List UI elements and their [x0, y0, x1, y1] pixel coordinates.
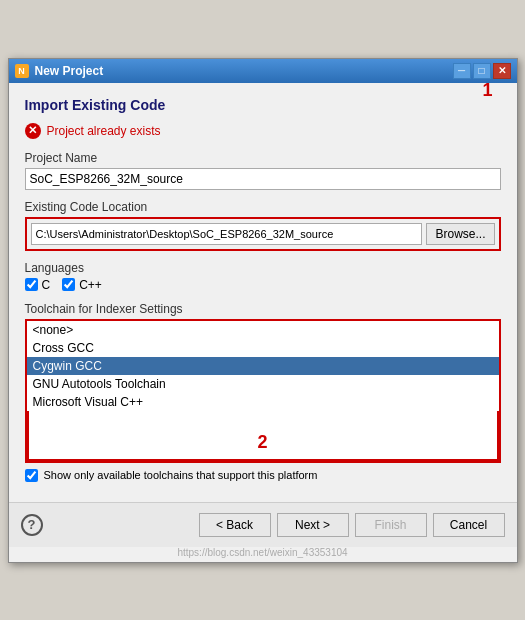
- toolchain-empty-area: 2: [27, 411, 499, 461]
- code-location-row: Browse...: [25, 217, 501, 251]
- languages-group: Languages C C++: [25, 261, 501, 292]
- annotation-2: 2: [257, 432, 267, 453]
- code-location-input[interactable]: [31, 223, 423, 245]
- c-checkbox[interactable]: [25, 278, 38, 291]
- cpp-checkbox[interactable]: [62, 278, 75, 291]
- error-icon: ✕: [25, 123, 41, 139]
- dialog-window: N New Project ─ □ ✕ Import Existing Code…: [8, 58, 518, 563]
- toolchain-label: Toolchain for Indexer Settings: [25, 302, 501, 316]
- bottom-buttons: ? < Back Next > Finish Cancel: [9, 502, 517, 547]
- c-label: C: [42, 278, 51, 292]
- project-name-group: Project Name: [25, 151, 501, 190]
- next-button[interactable]: Next >: [277, 513, 349, 537]
- page-title: Import Existing Code: [25, 97, 501, 113]
- error-message: Project already exists: [47, 124, 161, 138]
- help-button[interactable]: ?: [21, 514, 43, 536]
- toolchain-item-cross-gcc[interactable]: Cross GCC: [27, 339, 499, 357]
- cancel-button[interactable]: Cancel: [433, 513, 505, 537]
- toolchain-list: <none> Cross GCC Cygwin GCC GNU Autotool…: [27, 321, 499, 411]
- title-bar-controls: ─ □ ✕: [453, 63, 511, 79]
- toolchain-item-gnu-autotools[interactable]: GNU Autotools Toolchain: [27, 375, 499, 393]
- toolchain-item-msvc[interactable]: Microsoft Visual C++: [27, 393, 499, 411]
- code-location-group: Existing Code Location Browse... 1: [25, 200, 501, 251]
- dialog-content: Import Existing Code ✕ Project already e…: [9, 83, 517, 502]
- finish-button[interactable]: Finish: [355, 513, 427, 537]
- maximize-button[interactable]: □: [473, 63, 491, 79]
- watermark: https://blog.csdn.net/weixin_43353104: [9, 547, 517, 562]
- show-only-checkbox[interactable]: [25, 469, 38, 482]
- toolchain-section: Toolchain for Indexer Settings <none> Cr…: [25, 302, 501, 463]
- toolchain-item-none[interactable]: <none>: [27, 321, 499, 339]
- cpp-language-checkbox-label[interactable]: C++: [62, 278, 102, 292]
- c-language-checkbox-label[interactable]: C: [25, 278, 51, 292]
- window-title: New Project: [35, 64, 104, 78]
- browse-button[interactable]: Browse...: [426, 223, 494, 245]
- project-name-input[interactable]: [25, 168, 501, 190]
- window-icon: N: [15, 64, 29, 78]
- toolchain-list-container: <none> Cross GCC Cygwin GCC GNU Autotool…: [25, 319, 501, 463]
- project-name-label: Project Name: [25, 151, 501, 165]
- languages-row: C C++: [25, 278, 501, 292]
- nav-buttons: < Back Next > Finish Cancel: [199, 513, 505, 537]
- show-only-label: Show only available toolchains that supp…: [44, 469, 318, 481]
- cpp-label: C++: [79, 278, 102, 292]
- minimize-button[interactable]: ─: [453, 63, 471, 79]
- toolchain-item-cygwin-gcc[interactable]: Cygwin GCC: [27, 357, 499, 375]
- show-only-row: Show only available toolchains that supp…: [25, 469, 501, 482]
- back-button[interactable]: < Back: [199, 513, 271, 537]
- title-bar: N New Project ─ □ ✕: [9, 59, 517, 83]
- annotation-1: 1: [482, 80, 492, 101]
- languages-label: Languages: [25, 261, 501, 275]
- close-button[interactable]: ✕: [493, 63, 511, 79]
- error-row: ✕ Project already exists: [25, 123, 501, 139]
- code-location-label: Existing Code Location: [25, 200, 501, 214]
